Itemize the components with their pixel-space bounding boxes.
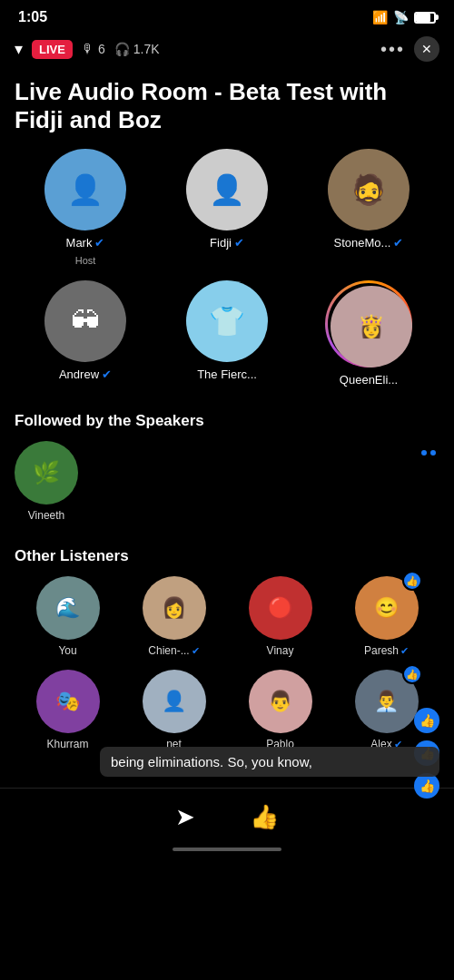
- listener-name: Khurram: [46, 738, 88, 750]
- mic-icon: 🎙: [82, 42, 94, 56]
- status-bar: 1:05 📶 📡: [0, 0, 454, 31]
- subtitle-overlay: being eliminations. So, you know,: [100, 747, 439, 777]
- listeners-grid: 🌊 You 👩 Chien-... ✔ 🔴 Vinay 😊 👍 Paresh ✔: [0, 576, 454, 750]
- verified-icon: ✔: [94, 236, 104, 250]
- speaker-name: Andrew ✔: [59, 368, 112, 381]
- speaker-name: Fidji ✔: [210, 236, 244, 250]
- wifi-icon: 📡: [393, 10, 409, 24]
- signal-icon: 📶: [372, 10, 388, 24]
- speaker-item[interactable]: 👕 The Fierc...: [156, 280, 298, 387]
- floating-reaction: 👍: [414, 708, 439, 733]
- avatar: 👸: [325, 280, 412, 368]
- speaker-name: QueenEli...: [340, 373, 398, 387]
- listener-name: You: [58, 644, 76, 657]
- close-button[interactable]: ✕: [414, 36, 439, 62]
- speaker-item[interactable]: 🧔 StoneMo... ✔: [298, 149, 439, 266]
- live-badge: LIVE: [32, 40, 73, 59]
- listener-item[interactable]: 🎭 Khurram: [15, 670, 121, 750]
- room-title: Live Audio Room - Beta Test with Fidji a…: [0, 71, 454, 149]
- speaker-item[interactable]: 👤 Fidji ✔: [156, 149, 298, 266]
- listener-item[interactable]: 😊 👍 Paresh ✔: [333, 576, 439, 657]
- reaction-badge: 👍: [402, 664, 422, 684]
- follower-name: Vineeth: [28, 509, 64, 522]
- followers-grid: 🌿 Vineeth: [0, 441, 454, 522]
- status-time: 1:05: [18, 9, 47, 25]
- avatar: 👤: [44, 149, 126, 230]
- status-icons: 📶 📡: [372, 10, 436, 24]
- listener-item[interactable]: 🌊 You: [15, 576, 121, 657]
- top-nav: ▾ LIVE 🎙 6 🎧 1.7K ••• ✕: [0, 31, 454, 71]
- blue-dots: [421, 450, 436, 456]
- verified-icon: ✔: [234, 236, 244, 250]
- followed-section-header: Followed by the Speakers: [0, 405, 454, 441]
- chevron-down-icon[interactable]: ▾: [15, 39, 23, 59]
- avatar: 🕶: [44, 280, 126, 362]
- listeners-section-header: Other Listeners: [0, 540, 454, 576]
- listener-item[interactable]: 👩 Chien-... ✔: [121, 576, 227, 657]
- like-button[interactable]: 👍: [250, 803, 279, 831]
- listener-item[interactable]: 👨 Pablo: [227, 670, 333, 750]
- headphone-icon: 🎧: [114, 42, 130, 56]
- avatar: 🧔: [328, 149, 410, 230]
- listener-name: Chien-... ✔: [148, 644, 199, 657]
- listener-name: Vinay: [267, 644, 294, 657]
- speaker-name: Mark ✔: [66, 236, 105, 250]
- headphone-count: 🎧 1.7K: [114, 42, 160, 56]
- reaction-badge: 👍: [402, 571, 422, 591]
- listener-item[interactable]: 👤 net: [121, 670, 227, 750]
- floating-reaction: 👍: [414, 773, 439, 799]
- listener-name: Paresh ✔: [364, 644, 409, 657]
- speaker-item[interactable]: 👤 Mark ✔ Host: [15, 149, 156, 266]
- verified-icon: ✔: [102, 368, 112, 381]
- speaker-item[interactable]: 🕶 Andrew ✔: [15, 280, 156, 387]
- follower-item[interactable]: 🌿 Vineeth: [15, 441, 78, 522]
- verified-icon: ✔: [400, 645, 409, 657]
- share-button[interactable]: ➤: [175, 803, 195, 831]
- avatar: 👤: [186, 149, 268, 230]
- speakers-grid: 👤 Mark ✔ Host 👤 Fidji ✔ 🧔 StoneMo... ✔ 🕶: [0, 149, 454, 387]
- bottom-actions: ➤ 👍: [0, 788, 454, 840]
- host-label: Host: [75, 255, 96, 266]
- speaker-name: The Fierc...: [197, 368, 257, 381]
- home-indicator: [0, 840, 454, 855]
- battery-icon: [414, 12, 436, 24]
- speaker-item[interactable]: 👸 QueenEli...: [298, 280, 439, 387]
- verified-icon: ✔: [192, 645, 200, 657]
- listener-item[interactable]: 🔴 Vinay: [227, 576, 333, 657]
- speaker-name: StoneMo... ✔: [334, 236, 404, 250]
- avatar: 👕: [186, 280, 268, 362]
- home-bar: [173, 848, 281, 851]
- mic-count: 🎙 6: [82, 42, 105, 56]
- verified-icon: ✔: [393, 236, 403, 250]
- more-options-button[interactable]: •••: [380, 39, 405, 60]
